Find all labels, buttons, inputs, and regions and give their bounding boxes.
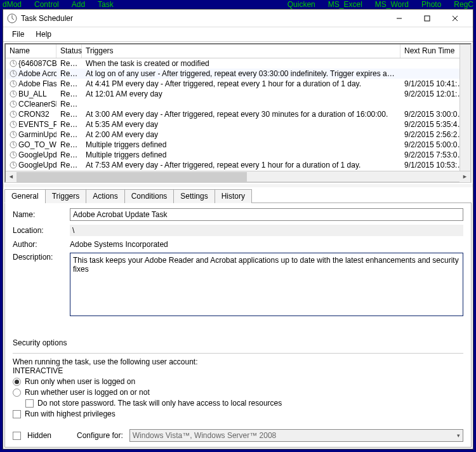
app-icon [7,13,17,23]
configure-for-label: Configure for: [77,431,123,440]
background-taskbar: dModControlAddTask QuickenMS_ExcelMS_Wor… [0,0,476,9]
radio-logged-on[interactable] [13,378,21,386]
menu-help[interactable]: Help [30,29,56,40]
col-triggers[interactable]: Triggers [82,44,400,58]
scroll-left-button[interactable]: ◄ [6,171,17,182]
checkbox-hidden[interactable] [13,432,21,440]
configure-for-combo[interactable]: Windows Vista™, Windows Server™ 2008 ▾ [129,429,463,442]
description-field[interactable] [70,253,463,316]
horizontal-scrollbar[interactable]: ◄ ► [6,171,470,182]
menubar: File Help [3,27,473,41]
task-row[interactable]: Adobe Flash...ReadyAt 4:41 PM every day … [6,79,470,89]
task-row[interactable]: CCleanerSki...Ready [6,99,470,109]
scroll-right-button[interactable]: ► [459,171,470,182]
grid-header: Name Status Triggers Next Run Time [6,44,470,58]
configure-for-value: Windows Vista™, Windows Server™ 2008 [133,431,277,440]
tab-general[interactable]: General [4,189,46,203]
radio-logged-on-label: Run only when user is logged on [25,377,135,386]
author-label: Author: [13,240,63,249]
task-row[interactable]: BU_ALLReadyAt 12:01 AM every day9/2/2015… [6,89,470,99]
window-title: Task Scheduler [21,14,385,23]
radio-logged-on-or-not[interactable] [13,389,21,397]
tabstrip: General Triggers Actions Conditions Sett… [4,189,472,203]
titlebar[interactable]: Task Scheduler [3,10,473,27]
tab-actions[interactable]: Actions [86,189,124,203]
task-row[interactable]: GarminUpda...ReadyAt 2:00 AM every day9/… [6,130,470,140]
task-row[interactable]: GO_TO_WORKReadyMultiple triggers defined… [6,140,470,150]
checkbox-hidden-label: Hidden [27,431,51,440]
tab-triggers[interactable]: Triggers [45,189,87,203]
location-label: Location: [13,226,63,235]
tab-conditions[interactable]: Conditions [124,189,175,203]
col-status[interactable]: Status [56,44,82,58]
description-label: Description: [13,253,63,262]
svg-rect-1 [425,16,430,21]
task-row[interactable]: EVENTS_PASTReadyAt 5:35 AM every day9/2/… [6,119,470,130]
name-label: Name: [13,210,63,219]
location-value: \ [70,225,463,236]
chevron-down-icon: ▾ [457,432,460,439]
task-row[interactable]: {646087CB-4...ReadyWhen the task is crea… [6,58,470,69]
tab-panel-general: Name: Adobe Acrobat Update Task Location… [4,203,472,448]
checkbox-no-password[interactable] [25,399,34,408]
menu-file[interactable]: File [7,29,29,40]
run-as-label: When running the task, use the following… [13,357,463,366]
task-row[interactable]: Adobe Acro...ReadyAt log on of any user … [6,69,470,79]
grid-body: {646087CB-4...ReadyWhen the task is crea… [6,58,470,171]
close-button[interactable] [441,10,469,27]
checkbox-highest-privileges[interactable] [13,410,21,418]
task-grid: Name Status Triggers Next Run Time {6460… [4,43,472,183]
checkbox-no-password-label: Do not store password. The task will onl… [37,399,282,408]
run-as-account: INTERACTIVE [13,366,463,375]
task-scheduler-window: Task Scheduler File Help Name Status Tri… [3,9,473,449]
checkbox-highest-privileges-label: Run with highest privileges [25,409,116,418]
vertical-scrollbar[interactable] [459,44,470,171]
author-value: Adobe Systems Incorporated [70,240,168,249]
tab-history[interactable]: History [215,189,252,203]
radio-logged-on-or-not-label: Run whether user is logged on or not [25,388,150,397]
security-options-header: Security options [13,338,463,347]
tab-settings[interactable]: Settings [173,189,215,203]
minimize-button[interactable] [385,10,413,27]
maximize-button[interactable] [413,10,441,27]
task-row[interactable]: GoogleUpda...ReadyAt 7:53 AM every day -… [6,160,470,170]
task-row[interactable]: CRON32ReadyAt 3:00 AM every day - After … [6,109,470,119]
col-name[interactable]: Name [6,44,56,58]
splitter[interactable] [3,184,473,187]
task-row[interactable]: GoogleUpda...ReadyMultiple triggers defi… [6,150,470,160]
task-row[interactable]: McAfee Re...ReadyWhen the task is create… [6,170,470,171]
name-field[interactable]: Adobe Acrobat Update Task [70,208,463,221]
scroll-thumb[interactable] [17,172,247,182]
